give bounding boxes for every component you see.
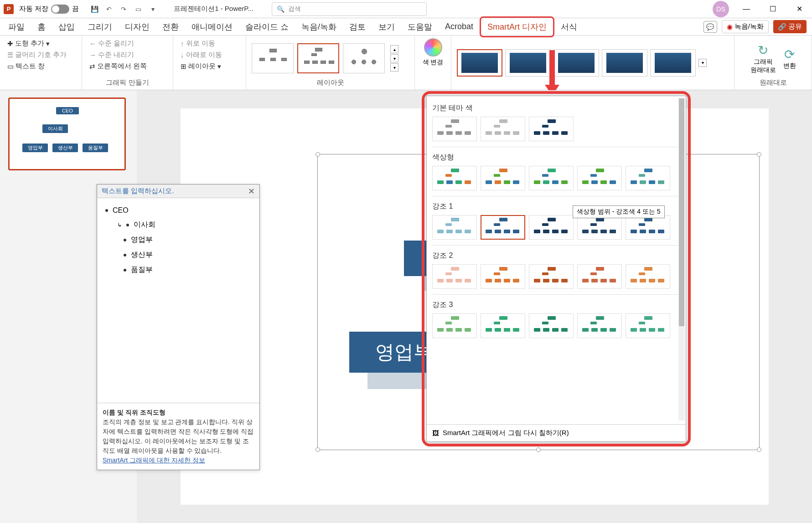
color-option[interactable] [626,264,670,289]
qat-more-icon[interactable]: ▾ [147,4,158,15]
color-option[interactable] [529,215,574,240]
text-pane-close-icon[interactable]: ✕ [248,186,255,196]
group-graphic-label: 그래픽 만들기 [88,78,167,87]
group-layout-label: 레이아웃 [252,78,409,87]
tab-transition[interactable]: 전환 [156,18,185,36]
color-option[interactable] [529,117,574,141]
color-option[interactable] [626,166,670,190]
layout-option-selected[interactable] [297,43,339,73]
color-option[interactable] [529,313,574,338]
tab-draw[interactable]: 그리기 [81,18,119,36]
layout-more[interactable]: ▾ [390,63,398,72]
smartart-style-selected[interactable] [457,49,502,77]
user-avatar[interactable]: DS [713,1,729,17]
layout-scroll-down[interactable]: ▾ [390,54,398,62]
present-icon[interactable]: ▭ [133,4,144,15]
ribbon-tabs: 파일 홈 삽입 그리기 디자인 전환 애니메이션 슬라이드 쇼 녹음/녹화 검토… [0,18,812,36]
layout-option[interactable] [252,43,294,73]
tab-animation[interactable]: 애니메이션 [185,18,239,36]
tab-record[interactable]: 녹음/녹화 [295,18,343,36]
tab-design[interactable]: 디자인 [119,18,156,36]
style-more[interactable]: ▾ [698,59,707,67]
slide-thumbnail-1[interactable]: CEO 이사회 영업부 생산부 품질부 [8,97,126,170]
level-up-button: ← 수준 올리기 [88,38,149,49]
redo-icon[interactable]: ↷ [118,4,129,15]
tab-slideshow[interactable]: 슬라이드 쇼 [239,18,295,36]
tab-format[interactable]: 서식 [554,18,584,36]
text-pane-button[interactable]: ▭ 텍스트 창 [5,61,68,72]
color-option[interactable] [626,313,670,338]
layout-option[interactable] [343,43,385,73]
gallery-recolor-option[interactable]: 🖼 SmartArt 그래픽에서 그림 다시 칠하기(R) [427,424,686,441]
color-option[interactable] [481,215,525,240]
text-pane-header: 텍스트를 입력하십시오. ✕ [97,185,259,198]
color-option[interactable] [432,313,477,338]
gallery-scrollbar[interactable] [678,98,685,420]
toggle-off-icon[interactable] [51,5,69,14]
tab-acrobat[interactable]: Acrobat [439,18,480,35]
thumb-board: 이사회 [42,124,68,133]
color-option[interactable] [432,215,477,240]
maximize-button[interactable]: ☐ [764,2,782,16]
color-option[interactable] [529,264,574,289]
ribbon: ✚ 도형 추가 ▾ ☰ 글머리 기호 추가 ▭ 텍스트 창 ← 수준 올리기 →… [0,36,812,90]
text-pane-footer: 이름 및 직위 조직도형 조직의 계층 정보 및 보고 관계를 표시합니다. 직… [97,403,259,470]
save-icon[interactable]: 💾 [89,4,100,15]
tab-review[interactable]: 검토 [343,18,372,36]
color-option[interactable] [481,166,525,190]
reset-graphic-button[interactable]: ↻ 그래픽 원래대로 [750,43,776,74]
tab-file[interactable]: 파일 [2,18,31,36]
color-gallery-dropdown[interactable]: 기본 테마 색 색상형 강조 1 강조 2 강조 3 🖼 SmartArt 그래… [426,96,686,442]
smartart-style[interactable] [553,49,599,77]
color-option[interactable] [432,264,477,289]
smartart-style[interactable] [650,49,696,77]
picture-icon: 🖼 [432,429,439,437]
search-input[interactable]: 🔍 검색 [272,2,427,16]
color-option[interactable] [481,117,525,141]
list-item: 품질부 [105,262,251,277]
convert-button[interactable]: ⟳ 변환 [783,47,796,70]
color-option[interactable] [577,313,622,338]
window-title: 프레젠테이션1 - PowerP... [174,5,253,13]
minimize-button[interactable]: — [737,2,755,16]
color-option[interactable] [577,264,622,289]
color-option[interactable] [577,166,622,190]
thumb-ceo: CEO [56,107,79,114]
undo-icon[interactable]: ↶ [103,4,114,15]
rtl-button[interactable]: ⇄ 오른쪽에서 왼쪽 [88,61,149,72]
smartart-info-link[interactable]: SmartArt 그래픽에 대한 자세한 정보 [103,456,205,464]
comments-icon[interactable]: 💬 [703,21,717,33]
autosave-toggle[interactable]: 자동 저장 끔 [19,5,79,14]
smartart-style[interactable] [602,49,647,77]
color-option[interactable] [481,313,525,338]
gallery-section-colorful: 색상형 [432,149,680,164]
close-button[interactable]: ✕ [790,2,808,16]
share-button[interactable]: 🔗공유 [773,20,807,33]
layout-scroll-up[interactable]: ▴ [390,45,398,53]
list-item: 생산부 [105,247,251,262]
smartart-style[interactable] [505,49,551,77]
thumb-prod: 생산부 [52,144,78,152]
text-pane-list[interactable]: CEO ↳이사회 영업부 생산부 품질부 [97,198,259,283]
add-shape-button[interactable]: ✚ 도형 추가 ▾ [5,38,68,49]
color-option[interactable] [626,215,670,240]
tab-insert[interactable]: 삽입 [52,18,81,36]
tab-help[interactable]: 도움말 [401,18,439,36]
thumb-sales: 영업부 [22,144,48,152]
record-button[interactable]: ◉녹음/녹화 [722,20,769,33]
tab-home[interactable]: 홈 [31,18,52,36]
tab-view[interactable]: 보기 [372,18,401,36]
change-colors-icon[interactable] [424,38,442,56]
color-option[interactable] [481,264,525,289]
title-bar: P 자동 저장 끔 💾 ↶ ↷ ▭ ▾ 프레젠테이션1 - PowerP... … [0,0,812,18]
search-placeholder: 검색 [288,5,301,13]
smartart-text-pane[interactable]: 텍스트를 입력하십시오. ✕ CEO ↳이사회 영업부 생산부 품질부 이름 및… [97,184,260,470]
change-colors-label[interactable]: 색 변경 [423,58,444,67]
color-option[interactable] [577,215,622,240]
tab-smartart-design[interactable]: SmartArt 디자인 [480,16,554,37]
color-option[interactable] [529,166,574,190]
color-option[interactable] [432,117,477,141]
app-icon: P [4,4,14,14]
layout-button[interactable]: ⊞ 레이아웃 ▾ [179,61,224,72]
color-option[interactable] [432,166,477,190]
